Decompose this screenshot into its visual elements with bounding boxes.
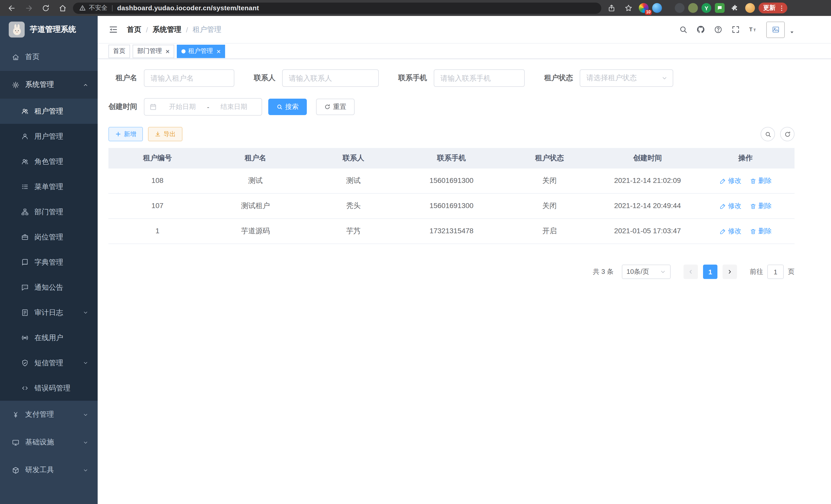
sidebar-item-menu[interactable]: 菜单管理 [0,174,98,199]
hide-search-button[interactable] [761,127,775,141]
chrome-update-button[interactable]: 更新 [758,3,787,13]
chevron-down-icon [660,269,666,275]
tab-dept[interactable]: 部门管理× [133,45,174,58]
fullscreen-icon[interactable] [731,25,740,34]
search-icon[interactable] [679,25,688,34]
forward-icon[interactable] [22,2,35,14]
refresh-icon [784,131,791,138]
close-icon[interactable]: × [166,48,170,55]
delete-icon [749,203,756,209]
tenant-status-select[interactable]: 请选择租户状态 [580,69,673,87]
delete-link[interactable]: 删除 [749,227,772,236]
sidebar-item-label: 用户管理 [34,132,63,141]
tab-label: 部门管理 [137,47,162,56]
url-text: dashboard.yudao.iocoder.cn/system/tenant [117,4,259,12]
address-bar[interactable]: 不安全 dashboard.yudao.iocoder.cn/system/te… [73,2,601,13]
search-button[interactable]: 搜索 [268,99,307,115]
page-size-select[interactable]: 10条/页 [622,265,671,279]
sidebar-item-notice[interactable]: 通知公告 [0,275,98,300]
sidebar-item-home[interactable]: 首页 [0,43,98,71]
edit-link[interactable]: 修改 [719,176,741,185]
chevron-down-icon [83,360,88,366]
app-logo[interactable]: 芋道管理系统 [0,16,98,43]
contact-input[interactable] [282,69,379,87]
extension-icon-5[interactable]: Y [701,3,711,13]
table-cell: 15601691300 [402,169,500,193]
filter-contact: 联系人 [254,69,379,87]
code-icon [21,384,29,392]
sidebar-item-pay[interactable]: 支付管理 [0,401,98,428]
add-button-label: 新增 [124,130,136,139]
sidebar-item-post[interactable]: 岗位管理 [0,225,98,250]
font-size-icon[interactable]: TT [749,25,757,34]
sidebar-item-audit[interactable]: 审计日志 [0,300,98,325]
back-icon[interactable] [5,2,19,14]
next-page-button[interactable] [722,265,737,279]
table-cell-operations: 修改删除 [697,219,795,243]
breadcrumb-item[interactable]: 首页 [127,25,141,34]
download-icon [155,131,161,137]
sidebar-item-tools[interactable]: 研发工具 [0,456,98,484]
extension-icon-3[interactable] [675,3,685,13]
sidebar-item-dept[interactable]: 部门管理 [0,199,98,225]
page-number-button[interactable]: 1 [703,265,717,279]
table-toolbar: 新增 导出 [109,127,795,141]
sidebar-item-system[interactable]: 系统管理 [0,71,98,99]
sidebar-item-online[interactable]: 在线用户 [0,325,98,350]
update-label: 更新 [763,4,775,12]
sidebar-item-label: 岗位管理 [34,233,63,242]
reset-button[interactable]: 重置 [316,99,354,115]
briefcase-icon [21,233,29,241]
goto-page-input[interactable] [767,265,784,279]
sidebar-item-dict[interactable]: 字典管理 [0,250,98,275]
create-time-range-picker[interactable]: 开始日期 - 结束日期 [144,98,262,116]
breadcrumb: 首页/系统管理/租户管理 [127,25,222,34]
extension-icon-6[interactable] [715,3,725,13]
security-label: 不安全 [89,4,107,12]
edit-link[interactable]: 修改 [719,201,741,211]
close-icon[interactable]: × [217,48,221,55]
refresh-table-button[interactable] [780,127,795,141]
share-icon[interactable] [605,2,618,14]
phone-input[interactable] [434,69,525,87]
sidebar-item-label: 基础设施 [25,438,54,447]
edit-link[interactable]: 修改 [719,227,741,236]
breadcrumb-separator: / [186,25,188,34]
table-cell: 17321315478 [402,219,500,243]
extension-icon-1[interactable]: 10 [639,3,649,13]
extensions-puzzle-icon[interactable] [728,2,742,14]
sidebar-toggle-icon[interactable] [109,25,118,34]
user-avatar[interactable] [766,21,785,38]
github-icon[interactable] [696,25,705,34]
sidebar-item-sms[interactable]: 短信管理 [0,350,98,376]
delete-link[interactable]: 删除 [749,201,772,211]
tab-home[interactable]: 首页 [109,45,130,58]
profile-avatar[interactable] [745,3,755,13]
contact-label: 联系人 [254,73,276,83]
help-icon[interactable] [714,25,722,34]
delete-link[interactable]: 删除 [749,176,772,185]
reload-icon[interactable] [39,2,52,14]
extension-icon-2[interactable] [652,3,662,13]
export-button[interactable]: 导出 [148,127,182,141]
bookmark-star-icon[interactable] [622,2,635,14]
table-cell: 测试 [305,169,402,193]
tenant-name-input[interactable] [144,69,234,87]
breadcrumb-item[interactable]: 系统管理 [153,25,181,34]
sidebar-item-infra[interactable]: 基础设施 [0,428,98,456]
browser-home-icon[interactable] [56,2,69,14]
sidebar-item-role[interactable]: 角色管理 [0,149,98,174]
tab-tenant[interactable]: 租户管理× [177,45,225,58]
sidebar-item-user[interactable]: 用户管理 [0,124,98,149]
sidebar-item-errcode[interactable]: 错误码管理 [0,376,98,401]
chevron-down-icon[interactable] [790,30,795,35]
svg-text:T: T [753,28,756,32]
add-button[interactable]: 新增 [109,127,143,141]
page-size-value: 10条/页 [627,267,649,276]
prev-page-button[interactable] [684,265,698,279]
extension-icon-4[interactable] [688,3,698,13]
toolbar-right [755,127,795,141]
refresh-icon [324,104,331,110]
sidebar-item-tenant[interactable]: 租户管理 [0,99,98,124]
page-content: 租户名 联系人 联系手机 租户状态 请选择租户状态 [98,59,831,504]
